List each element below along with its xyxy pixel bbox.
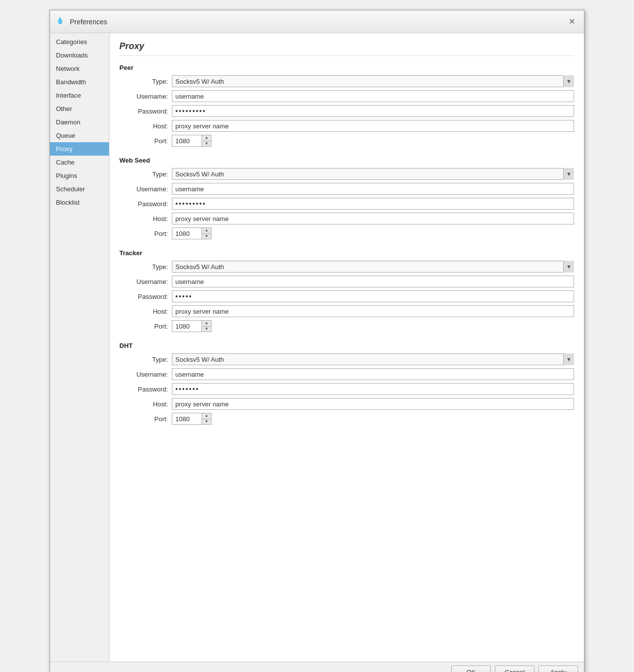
tracker-host-label: Host:	[127, 308, 172, 315]
webseed-port-down-button[interactable]: ▼	[202, 234, 211, 239]
sidebar-item-daemon[interactable]: Daemon	[50, 115, 109, 129]
tracker-port-spinners: ▲ ▼	[202, 320, 211, 332]
webseed-port-label: Port:	[127, 230, 172, 237]
sidebar: Categories Downloads Network Bandwidth I…	[50, 33, 109, 662]
main-panel: Proxy Peer Type: Socksv5 W/ Auth Socksv5…	[109, 33, 584, 662]
sidebar-item-other[interactable]: Other	[50, 102, 109, 115]
peer-port-up-button[interactable]: ▲	[202, 135, 211, 141]
peer-section: Peer Type: Socksv5 W/ Auth Socksv5 Socks…	[119, 64, 574, 147]
dht-host-label: Host:	[127, 400, 172, 408]
tracker-type-select-wrapper: Socksv5 W/ Auth Socksv5 Socksv4 HTTP Non…	[172, 261, 574, 273]
dht-port-up-button[interactable]: ▲	[202, 413, 211, 419]
dht-host-input[interactable]	[172, 398, 574, 410]
dht-password-row: Password:	[119, 383, 574, 395]
peer-type-select[interactable]: Socksv5 W/ Auth Socksv5 Socksv4 HTTP Non…	[172, 75, 574, 87]
dht-section-title: DHT	[119, 342, 574, 349]
peer-username-input[interactable]	[172, 90, 574, 102]
webseed-password-row: Password:	[119, 198, 574, 210]
tracker-password-input[interactable]	[172, 290, 574, 302]
sidebar-item-downloads[interactable]: Downloads	[50, 49, 109, 62]
peer-port-input[interactable]	[172, 135, 202, 147]
peer-port-label: Port:	[127, 137, 172, 145]
dht-host-row: Host:	[119, 398, 574, 410]
dht-password-label: Password:	[127, 386, 172, 393]
dht-section: DHT Type: Socksv5 W/ Auth Socksv5 Socksv…	[119, 342, 574, 425]
sidebar-item-cache[interactable]: Cache	[50, 156, 109, 169]
webseed-port-up-button[interactable]: ▲	[202, 228, 211, 233]
sidebar-item-network[interactable]: Network	[50, 62, 109, 75]
dht-port-wrapper: ▲ ▼	[172, 413, 211, 425]
tracker-username-input[interactable]	[172, 276, 574, 287]
title-bar-left: 💧 Preferences	[56, 17, 107, 27]
dht-port-spinners: ▲ ▼	[202, 413, 211, 425]
dht-type-select-wrapper: Socksv5 W/ Auth Socksv5 Socksv4 HTTP Non…	[172, 353, 574, 365]
dht-port-label: Port:	[127, 415, 172, 423]
dht-password-input[interactable]	[172, 383, 574, 395]
ok-button[interactable]: OK	[451, 666, 491, 672]
tracker-type-row: Type: Socksv5 W/ Auth Socksv5 Socksv4 HT…	[119, 261, 574, 273]
tracker-port-label: Port:	[127, 323, 172, 330]
webseed-host-label: Host:	[127, 215, 172, 223]
app-icon: 💧	[56, 17, 66, 27]
tracker-port-down-button[interactable]: ▼	[202, 327, 211, 332]
sidebar-item-categories[interactable]: Categories	[50, 35, 109, 49]
webseed-port-input[interactable]	[172, 227, 202, 239]
content-area: Categories Downloads Network Bandwidth I…	[50, 33, 584, 662]
peer-type-row: Type: Socksv5 W/ Auth Socksv5 Socksv4 HT…	[119, 75, 574, 87]
peer-port-down-button[interactable]: ▼	[202, 141, 211, 147]
tracker-port-up-button[interactable]: ▲	[202, 321, 211, 326]
peer-type-label: Type:	[127, 78, 172, 85]
webseed-username-input[interactable]	[172, 183, 574, 195]
peer-port-spinners: ▲ ▼	[202, 135, 211, 147]
dht-type-select[interactable]: Socksv5 W/ Auth Socksv5 Socksv4 HTTP Non…	[172, 353, 574, 365]
preferences-window: 💧 Preferences ✕ Categories Downloads Net…	[50, 10, 584, 672]
dht-port-down-button[interactable]: ▼	[202, 419, 211, 425]
tracker-host-row: Host:	[119, 305, 574, 317]
dht-type-label: Type:	[127, 356, 172, 363]
peer-password-label: Password:	[127, 108, 172, 115]
dht-username-input[interactable]	[172, 368, 574, 380]
dht-username-row: Username:	[119, 368, 574, 380]
peer-host-input[interactable]	[172, 120, 574, 132]
webseed-host-row: Host:	[119, 213, 574, 224]
peer-username-row: Username:	[119, 90, 574, 102]
tracker-host-input[interactable]	[172, 305, 574, 317]
peer-host-row: Host:	[119, 120, 574, 132]
tracker-port-input[interactable]	[172, 320, 202, 332]
webseed-type-select-wrapper: Socksv5 W/ Auth Socksv5 Socksv4 HTTP Non…	[172, 168, 574, 180]
webseed-type-select[interactable]: Socksv5 W/ Auth Socksv5 Socksv4 HTTP Non…	[172, 168, 574, 180]
sidebar-item-blocklist[interactable]: Blocklist	[50, 196, 109, 209]
sidebar-item-bandwidth[interactable]: Bandwidth	[50, 75, 109, 89]
tracker-port-row: Port: ▲ ▼	[119, 320, 574, 332]
peer-port-wrapper: ▲ ▼	[172, 135, 211, 147]
sidebar-item-interface[interactable]: Interface	[50, 89, 109, 102]
sidebar-item-plugins[interactable]: Plugins	[50, 169, 109, 182]
peer-username-label: Username:	[127, 93, 172, 100]
sidebar-item-proxy[interactable]: Proxy	[50, 142, 109, 156]
dht-username-label: Username:	[127, 371, 172, 378]
close-button[interactable]: ✕	[565, 15, 578, 28]
peer-section-title: Peer	[119, 64, 574, 71]
tracker-type-label: Type:	[127, 263, 172, 271]
tracker-username-label: Username:	[127, 278, 172, 285]
peer-password-input[interactable]	[172, 105, 574, 117]
webseed-host-input[interactable]	[172, 213, 574, 224]
dht-port-input[interactable]	[172, 413, 202, 425]
webseed-type-row: Type: Socksv5 W/ Auth Socksv5 Socksv4 HT…	[119, 168, 574, 180]
tracker-password-label: Password:	[127, 293, 172, 300]
bottom-bar: OK Cancel Apply	[50, 662, 584, 672]
sidebar-item-scheduler[interactable]: Scheduler	[50, 182, 109, 196]
webseed-port-wrapper: ▲ ▼	[172, 227, 211, 239]
apply-button[interactable]: Apply	[538, 666, 578, 672]
peer-port-row: Port: ▲ ▼	[119, 135, 574, 147]
cancel-button[interactable]: Cancel	[495, 666, 534, 672]
peer-password-row: Password:	[119, 105, 574, 117]
dht-port-row: Port: ▲ ▼	[119, 413, 574, 425]
panel-title: Proxy	[119, 41, 574, 56]
tracker-username-row: Username:	[119, 276, 574, 287]
peer-host-label: Host:	[127, 122, 172, 130]
tracker-type-select[interactable]: Socksv5 W/ Auth Socksv5 Socksv4 HTTP Non…	[172, 261, 574, 273]
tracker-section: Tracker Type: Socksv5 W/ Auth Socksv5 So…	[119, 249, 574, 332]
webseed-password-input[interactable]	[172, 198, 574, 210]
sidebar-item-queue[interactable]: Queue	[50, 129, 109, 142]
